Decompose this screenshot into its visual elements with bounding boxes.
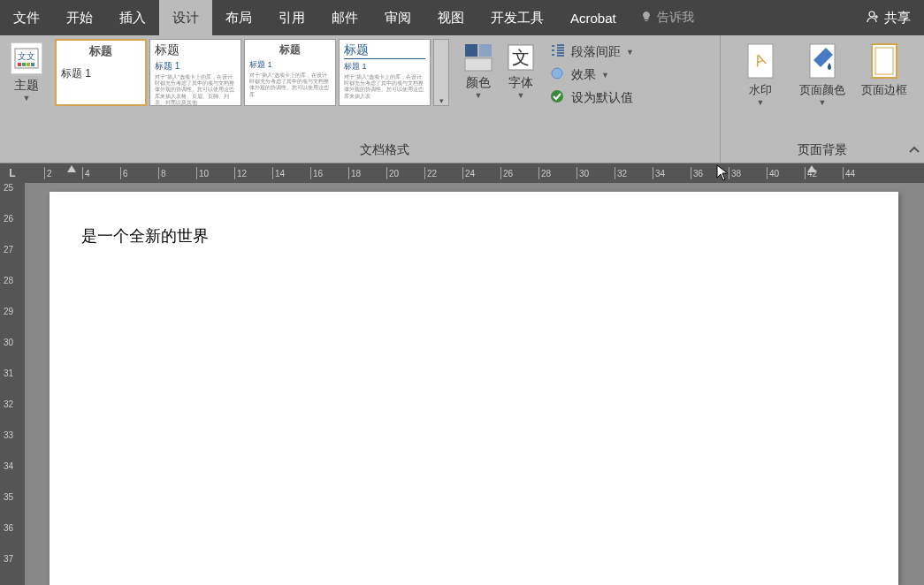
ruler-tick: 34	[4, 461, 13, 471]
ruler-tick: 26	[500, 163, 538, 183]
chevron-down-icon: ▼	[475, 91, 483, 100]
page-bg-label: 页面背景	[726, 142, 919, 161]
menu-view[interactable]: 视图	[424, 0, 477, 35]
horizontal-ruler[interactable]: 2468101214161820222426283032343638404244	[25, 163, 924, 183]
ruler-tick: 33	[4, 430, 13, 440]
ruler-tick: 34	[653, 163, 691, 183]
svg-point-12	[552, 68, 562, 79]
colors-icon	[462, 42, 494, 73]
doc-format-label: 文档格式	[55, 142, 714, 161]
watermark-button[interactable]: A 水印 ▼	[731, 39, 790, 110]
ruler-tick: 40	[767, 163, 805, 183]
paragraph-spacing-icon	[550, 43, 566, 60]
document-text[interactable]: 是一个全新的世界	[81, 225, 867, 247]
page-color-button[interactable]: 页面颜色 ▼	[793, 39, 851, 110]
style-thumb-2[interactable]: 标题 标题 1 对于"插入"选项卡上的库，在设计时都充分考虑了其中的项与文档整体…	[149, 39, 241, 106]
page-border-label: 页面边框	[861, 82, 907, 98]
ruler-tick: 14	[272, 163, 310, 183]
lightbulb-icon	[640, 11, 653, 26]
content-area: 25262728293031323334353637 是一个全新的世界	[0, 183, 924, 585]
menu-bar: 文件 开始 插入 设计 布局 引用 邮件 审阅 视图 开发工具 Acrobat …	[0, 0, 924, 35]
effects-button[interactable]: 效果 ▼	[546, 64, 638, 86]
ruler-tick: 30	[4, 338, 13, 347]
share-button[interactable]: 共享	[852, 0, 924, 35]
ruler-tick: 30	[577, 163, 615, 183]
collapse-ribbon-button[interactable]	[908, 144, 920, 159]
ruler-tick: 44	[843, 163, 881, 183]
chevron-down-icon: ▼	[601, 71, 609, 80]
share-label: 共享	[884, 10, 911, 27]
themes-label: 主题	[14, 78, 39, 94]
svg-rect-8	[479, 44, 492, 57]
ruler-tick: 28	[538, 163, 577, 183]
ruler-tick: 32	[615, 163, 653, 183]
chevron-down-icon: ▼	[757, 98, 765, 107]
document-viewport[interactable]: 是一个全新的世界	[25, 183, 924, 585]
ruler-tick: 12	[234, 163, 272, 183]
menu-layout[interactable]: 布局	[212, 0, 265, 35]
ruler-tick: 36	[691, 163, 729, 183]
ruler-tick: 37	[4, 554, 13, 564]
chevron-down-icon: ▼	[626, 48, 634, 57]
style-thumb-3[interactable]: 标题 标题 1 对于"插入"选项卡上的库，在设计时都充分考虑了其中的项与文档整体…	[244, 39, 336, 106]
gallery-more-button[interactable]: ▾	[433, 39, 449, 106]
svg-text:文: 文	[512, 48, 530, 67]
fonts-button[interactable]: 文 字体 ▼	[500, 39, 541, 103]
ruler-tick: 22	[424, 163, 462, 183]
paragraph-spacing-label: 段落间距	[571, 44, 621, 60]
vertical-ruler[interactable]: 25262728293031323334353637	[0, 183, 25, 585]
svg-rect-7	[465, 44, 477, 57]
ruler-tick: 28	[4, 276, 13, 285]
chevron-down-icon: ▼	[23, 94, 31, 103]
menu-design[interactable]: 设计	[159, 0, 212, 35]
ruler-tick: 25	[4, 183, 13, 193]
person-icon	[866, 10, 880, 27]
themes-button[interactable]: 文文 主题 ▼	[5, 39, 48, 106]
colors-button[interactable]: 颜色 ▼	[458, 39, 499, 103]
menu-references[interactable]: 引用	[265, 0, 318, 35]
menu-insert[interactable]: 插入	[106, 0, 159, 35]
style-thumb-4[interactable]: 标题 标题 1 对于"插入"选项卡上的库，在设计时都充分考虑了其中的项与文档整体…	[339, 39, 431, 106]
ruler-tick: 32	[4, 399, 13, 409]
ruler-tick: 36	[4, 523, 13, 533]
chevron-down-icon: ▾	[439, 96, 444, 105]
menu-acrobat[interactable]: Acrobat	[557, 0, 630, 35]
page-bg-group: A 水印 ▼ 页面颜色 ▼	[721, 35, 924, 163]
chevron-down-icon: ▼	[517, 91, 525, 100]
page-border-button[interactable]: 页面边框	[855, 39, 913, 101]
fonts-label: 字体	[508, 75, 533, 91]
style-thumb-1[interactable]: 标题 标题 1	[55, 39, 147, 106]
svg-rect-4	[22, 63, 26, 66]
effects-icon	[550, 66, 566, 83]
menu-review[interactable]: 审阅	[371, 0, 424, 35]
svg-rect-5	[27, 63, 30, 66]
ruler-tick: 10	[196, 163, 234, 183]
svg-point-0	[869, 11, 874, 17]
menu-file[interactable]: 文件	[0, 0, 53, 35]
ruler-tick: 42	[805, 163, 843, 183]
ruler-tick: 2	[44, 163, 82, 183]
menu-mail[interactable]: 邮件	[318, 0, 371, 35]
ruler-tick: 38	[729, 163, 767, 183]
paragraph-spacing-button[interactable]: 段落间距 ▼	[546, 41, 638, 63]
ruler-tick: 29	[4, 307, 13, 316]
watermark-icon: A	[743, 42, 778, 80]
svg-text:文文: 文文	[18, 51, 35, 61]
ruler-corner[interactable]: L	[0, 163, 25, 183]
tell-me-search[interactable]: 告诉我	[630, 0, 705, 35]
tell-me-label: 告诉我	[657, 10, 694, 26]
menu-home[interactable]: 开始	[53, 0, 106, 35]
themes-group: 文文 主题 ▼	[0, 35, 50, 163]
menu-devtools[interactable]: 开发工具	[477, 0, 557, 35]
ruler-tick: 20	[386, 163, 424, 183]
ruler-tick: 18	[348, 163, 386, 183]
ruler-tick: 16	[310, 163, 348, 183]
svg-rect-9	[465, 58, 492, 71]
set-default-label: 设为默认值	[571, 90, 633, 106]
ruler-tick: 4	[82, 163, 120, 183]
svg-rect-3	[18, 63, 21, 66]
set-default-button[interactable]: 设为默认值	[546, 87, 638, 109]
ruler-area: L 24681012141618202224262830323436384042…	[0, 163, 924, 183]
document-page[interactable]: 是一个全新的世界	[50, 192, 898, 585]
ruler-tick: 35	[4, 492, 13, 502]
